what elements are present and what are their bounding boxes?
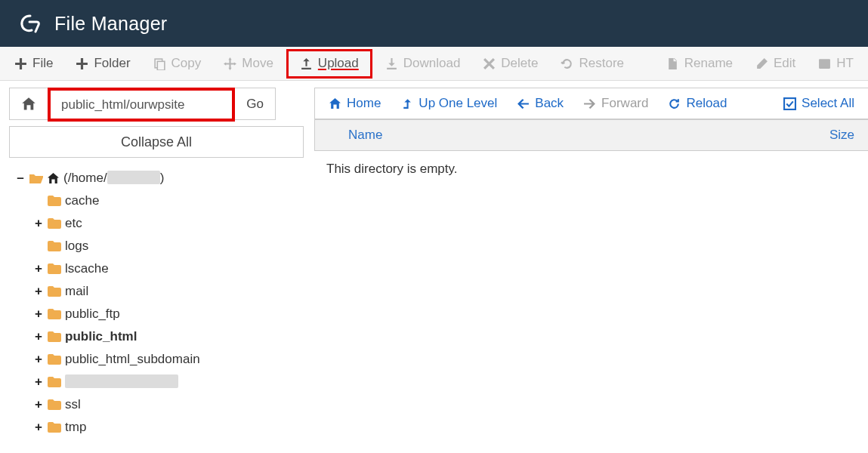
nav-forward-button[interactable]: Forward	[583, 96, 648, 111]
tree-item[interactable]: +lscache	[12, 257, 304, 280]
tree-item[interactable]: +public_ftp	[12, 303, 304, 325]
collapse-all-button[interactable]: Collapse All	[9, 126, 304, 158]
svg-rect-2	[819, 59, 830, 69]
folder-icon	[48, 196, 61, 206]
tree-root-label: (/home/.)	[63, 171, 164, 186]
restore-icon	[561, 57, 573, 70]
tree-item-label: public_html	[65, 329, 137, 344]
download-icon	[385, 57, 398, 70]
go-button[interactable]: Go	[235, 88, 276, 120]
file-button[interactable]: File	[3, 47, 64, 81]
copy-icon	[153, 57, 166, 70]
tree-expand-icon[interactable]: +	[33, 216, 44, 231]
tree-item-label: etc	[65, 216, 82, 231]
tree-root[interactable]: – (/home/.)	[12, 167, 304, 190]
restore-button[interactable]: Restore	[549, 47, 635, 81]
home-icon	[21, 97, 36, 112]
plus-icon	[76, 57, 88, 70]
folder-icon	[48, 354, 61, 365]
nav-select-all-button[interactable]: Select All	[783, 96, 854, 111]
tree-item[interactable]: +etc	[12, 212, 304, 235]
delete-icon	[483, 57, 496, 70]
tree-expand-icon[interactable]: +	[33, 352, 44, 367]
cpanel-logo-icon	[17, 11, 41, 35]
tree-expand-icon[interactable]: +	[33, 397, 44, 412]
folder-button[interactable]: Folder	[64, 47, 141, 81]
column-size[interactable]: Size	[802, 128, 854, 143]
plus-icon	[14, 57, 27, 70]
path-row: Go	[9, 88, 304, 122]
tree-item[interactable]: +.	[12, 371, 304, 393]
folder-open-icon	[29, 173, 43, 184]
tree-item[interactable]: logs	[12, 235, 304, 257]
reload-icon	[668, 97, 681, 110]
tree-expand-icon[interactable]: +	[33, 307, 44, 322]
edit-button[interactable]: Edit	[744, 47, 807, 81]
tree-expand-icon[interactable]: +	[33, 329, 44, 344]
tree-item[interactable]: +public_html_subdomain	[12, 348, 304, 371]
folder-icon	[48, 399, 61, 410]
empty-directory-message: This directory is empty.	[313, 151, 868, 187]
folder-icon	[48, 422, 61, 433]
tree-item[interactable]: +ssl	[12, 393, 304, 416]
home-icon	[47, 172, 60, 185]
tree-item-label: ssl	[65, 397, 81, 412]
tree-expand-icon[interactable]: +	[33, 420, 44, 435]
tree-item-label: public_html_subdomain	[65, 352, 200, 367]
path-input[interactable]	[52, 92, 230, 117]
arrow-right-icon	[583, 97, 596, 110]
move-button[interactable]: Move	[212, 47, 285, 81]
tree-item-label: logs	[65, 239, 88, 254]
upload-button[interactable]: Upload	[286, 49, 372, 79]
home-icon	[329, 97, 341, 110]
tree-expand-icon[interactable]: +	[33, 374, 44, 390]
delete-button[interactable]: Delete	[471, 47, 549, 81]
level-up-icon	[400, 97, 413, 110]
home-button[interactable]	[9, 88, 48, 120]
folder-icon	[48, 286, 61, 297]
content-area: Go Collapse All – (/home/.) cache+etclog…	[0, 81, 868, 453]
html-editor-button[interactable]: HT	[807, 47, 865, 81]
tree-expand-icon[interactable]: +	[33, 284, 44, 299]
folder-icon	[48, 263, 61, 274]
folder-icon	[48, 331, 61, 342]
nav-reload-button[interactable]: Reload	[668, 96, 727, 111]
rename-icon	[666, 57, 679, 70]
page-title: File Manager	[54, 13, 168, 35]
right-panel: Home Up One Level Back Forward Reload Se…	[313, 81, 868, 453]
nav-back-button[interactable]: Back	[517, 96, 564, 111]
tree-item-label: public_ftp	[65, 307, 120, 322]
rename-button[interactable]: Rename	[655, 47, 744, 81]
nav-up-button[interactable]: Up One Level	[400, 96, 497, 111]
nav-toolbar: Home Up One Level Back Forward Reload Se…	[314, 88, 868, 119]
file-list-header: Name Size	[314, 119, 868, 151]
app-header: File Manager	[0, 0, 868, 47]
column-name[interactable]: Name	[329, 128, 802, 143]
copy-button[interactable]: Copy	[142, 47, 213, 81]
left-panel: Go Collapse All – (/home/.) cache+etclog…	[0, 81, 313, 453]
folder-icon	[48, 241, 61, 251]
tree-expand-icon[interactable]: +	[33, 261, 44, 276]
tree-item[interactable]: +public_html	[12, 325, 304, 348]
folder-icon	[48, 377, 61, 387]
tree-item-label: lscache	[65, 261, 109, 276]
edit-icon	[755, 57, 768, 70]
move-icon	[224, 57, 236, 70]
download-button[interactable]: Download	[374, 47, 472, 81]
upload-icon	[300, 57, 313, 70]
folder-tree: – (/home/.) cache+etclogs+lscache+mail+p…	[9, 162, 304, 439]
html-editor-icon	[818, 57, 831, 70]
arrow-left-icon	[517, 97, 530, 110]
tree-item-label: .	[65, 374, 178, 390]
tree-item[interactable]: +tmp	[12, 416, 304, 439]
tree-item[interactable]: cache	[12, 190, 304, 212]
tree-item-label: mail	[65, 284, 88, 299]
tree-item[interactable]: +mail	[12, 280, 304, 303]
nav-home-button[interactable]: Home	[329, 96, 381, 111]
tree-collapse-icon[interactable]: –	[15, 171, 26, 186]
main-toolbar: File Folder Copy Move Upload Download De…	[0, 47, 868, 81]
svg-rect-1	[157, 61, 165, 70]
tree-item-label: tmp	[65, 420, 86, 435]
svg-rect-3	[784, 98, 795, 109]
folder-icon	[48, 309, 61, 319]
